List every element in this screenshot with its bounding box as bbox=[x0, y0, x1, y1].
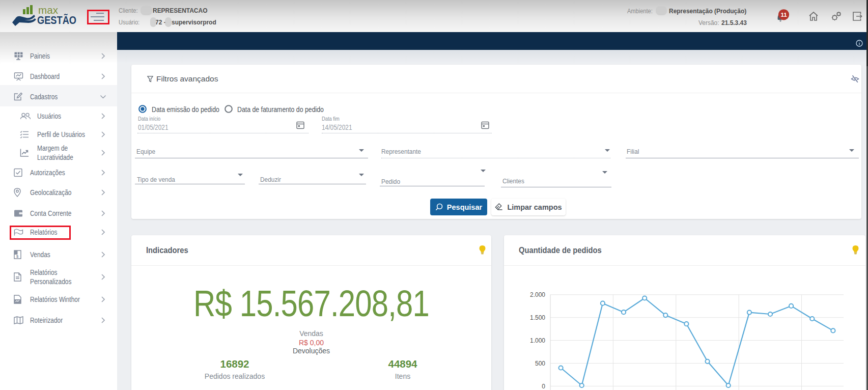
svg-text:11: 11 bbox=[780, 12, 787, 18]
svg-text:0: 0 bbox=[542, 383, 545, 390]
svg-text:GESTÃO: GESTÃO bbox=[37, 14, 76, 26]
svg-text:500: 500 bbox=[535, 360, 545, 367]
svg-text:2.000: 2.000 bbox=[530, 291, 545, 298]
svg-text:1.000: 1.000 bbox=[530, 337, 545, 344]
svg-text:1.500: 1.500 bbox=[530, 314, 545, 321]
